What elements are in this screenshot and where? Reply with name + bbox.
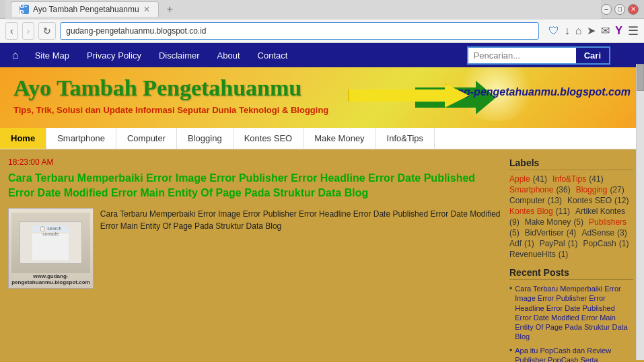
label-popcash-count: (1)	[619, 239, 629, 248]
label-infotips-count: (41)	[589, 174, 603, 184]
nav-contact[interactable]: Contact	[250, 46, 296, 65]
label-publishers-count: (5)	[509, 228, 520, 238]
recent-post-2: • Apa itu PopCash dan Review Publisher P…	[509, 346, 633, 362]
post-title[interactable]: Cara Terbaru Memperbaiki Error Image Err…	[8, 171, 501, 201]
back-button[interactable]: ‹	[5, 22, 18, 40]
maximize-button[interactable]: □	[614, 4, 625, 15]
label-kontes-blog-count: (11)	[556, 207, 570, 216]
menu-icon[interactable]: ☰	[628, 24, 639, 38]
label-bidvertiser-count: (4)	[567, 228, 577, 238]
site-nav: ⌂ Site Map Privacy Policy Disclaimer Abo…	[0, 43, 644, 67]
tab-bar: G-P Ayo Tambah Pengetahuanmu ✕ +	[5, 0, 601, 20]
forward-button[interactable]: ›	[22, 22, 35, 40]
nav-sitemap[interactable]: Site Map	[27, 46, 77, 65]
bullet-icon-2: •	[509, 346, 512, 355]
site-tagline: Tips, Trik, Solusi dan Update Informasi …	[13, 105, 631, 115]
label-revenuehits[interactable]: RevenueHits	[509, 250, 556, 259]
nav-privacy[interactable]: Privacy Policy	[79, 46, 149, 65]
mail-icon[interactable]: ✉	[601, 24, 610, 37]
tab-kontes-seo[interactable]: Kontes SEO	[234, 128, 304, 149]
yahoo-icon[interactable]: Y	[615, 25, 622, 37]
title-bar: G-P Ayo Tambah Pengetahuanmu ✕ + – □ ✕	[0, 0, 644, 19]
scrollbar-thumb[interactable]	[637, 64, 644, 91]
recent-post-link-1[interactable]: Cara Terbaru Memperbaiki Error Image Err…	[515, 284, 633, 342]
address-bar: ‹ › ↻ 🛡 ↓ ⌂ ➤ ✉ Y ☰	[0, 19, 644, 43]
post-body: 📋 search console www.gudang-pengetahuanm…	[8, 208, 501, 289]
recent-posts-title: Recent Posts	[509, 267, 633, 280]
url-input[interactable]	[60, 22, 538, 40]
tab-make-money[interactable]: Make Money	[303, 128, 375, 149]
labels-grid: Apple (41) Info&Tips (41) Smartphone (36…	[509, 174, 633, 259]
new-tab-button[interactable]: +	[162, 1, 178, 18]
main-content: 18:23:00 AM Cara Terbaru Memperbaiki Err…	[0, 149, 644, 362]
label-adsense-count: (3)	[617, 228, 627, 238]
label-kontes-blog[interactable]: Kontes Blog	[509, 207, 553, 216]
sidebar: Labels Apple (41) Info&Tips (41) Smartph…	[504, 155, 639, 362]
post-time: 18:23:00 AM	[8, 157, 501, 167]
post-thumbnail: 📋 search console www.gudang-pengetahuanm…	[8, 208, 94, 289]
label-apple-count: (41)	[533, 174, 547, 184]
label-revenuehits-count: (1)	[559, 250, 569, 259]
minimize-button[interactable]: –	[601, 4, 612, 15]
tab-computer[interactable]: Computer	[116, 128, 177, 149]
label-smartphone-count: (36)	[556, 185, 570, 194]
browser-window: G-P Ayo Tambah Pengetahuanmu ✕ + – □ ✕ ‹…	[0, 0, 644, 362]
label-smartphone[interactable]: Smartphone	[509, 185, 553, 194]
label-kontes-seo[interactable]: Kontes SEO	[567, 196, 612, 205]
label-paypal-count: (1)	[568, 239, 578, 248]
tab-infotips[interactable]: Info&Tips	[376, 128, 435, 149]
label-makemoney[interactable]: Make Money	[525, 217, 571, 227]
annotation-arrow	[348, 83, 469, 108]
labels-title: Labels	[509, 157, 633, 170]
tab-smartphone[interactable]: Smartphone	[46, 128, 116, 149]
label-adsense[interactable]: AdSense	[581, 228, 614, 238]
site-header-banner: Ayo Tambah Pengetahuanmu gudang-pengetah…	[0, 67, 644, 128]
label-paypal[interactable]: PayPal	[540, 239, 565, 248]
label-adf-count: (1)	[524, 239, 534, 248]
home-nav-icon[interactable]: ⌂	[5, 45, 26, 65]
labels-section: Labels Apple (41) Info&Tips (41) Smartph…	[509, 157, 633, 259]
browser-icons: 🛡 ↓ ⌂ ➤ ✉ Y ☰	[548, 24, 639, 38]
label-publishers[interactable]: Publishers	[589, 217, 627, 227]
label-makemoney-count: (5)	[573, 217, 583, 227]
tab-close-button[interactable]: ✕	[143, 5, 150, 14]
label-artikel-count: (9)	[509, 217, 520, 227]
recent-posts-section: Recent Posts • Cara Terbaru Memperbaiki …	[509, 267, 633, 362]
home-icon[interactable]: ⌂	[575, 25, 582, 37]
nav-about[interactable]: About	[209, 46, 248, 65]
label-computer-count: (13)	[548, 196, 562, 205]
nav-disclaimer[interactable]: Disclaimer	[151, 46, 208, 65]
label-bidvertiser[interactable]: BidVertiser	[525, 228, 564, 238]
content-area: 18:23:00 AM Cara Terbaru Memperbaiki Err…	[5, 155, 504, 362]
search-input[interactable]	[468, 48, 576, 63]
download-icon[interactable]: ↓	[565, 25, 570, 37]
label-blogging-count: (27)	[610, 185, 624, 194]
send-icon[interactable]: ➤	[587, 24, 596, 37]
recent-post-link-2[interactable]: Apa itu PopCash dan Review Publisher Pop…	[515, 346, 633, 362]
post-excerpt: Cara Terbaru Memperbaiki Error Image Err…	[100, 208, 501, 289]
label-computer[interactable]: Computer	[509, 196, 545, 205]
refresh-button[interactable]: ↻	[38, 22, 56, 40]
label-kontes-seo-count: (12)	[614, 196, 629, 205]
label-artikel[interactable]: Artikel Kontes	[575, 207, 625, 216]
bullet-icon: •	[509, 284, 512, 293]
scrollbar[interactable]	[636, 64, 644, 360]
label-blogging[interactable]: Blogging	[576, 185, 608, 194]
tab-favicon: G-P	[20, 5, 29, 14]
label-adf[interactable]: Adf	[509, 239, 522, 248]
active-tab[interactable]: G-P Ayo Tambah Pengetahuanmu ✕	[11, 1, 159, 17]
recent-posts-list: • Cara Terbaru Memperbaiki Error Image E…	[509, 284, 633, 362]
window-controls: – □ ✕	[601, 4, 639, 15]
label-popcash[interactable]: PopCash	[583, 239, 616, 248]
recent-post-1: • Cara Terbaru Memperbaiki Error Image E…	[509, 284, 633, 342]
label-infotips[interactable]: Info&Tips	[552, 174, 586, 184]
yellow-arrow-shape	[348, 83, 469, 108]
tab-home[interactable]: Home	[0, 128, 46, 149]
tab-blogging[interactable]: Blogging	[177, 128, 234, 149]
close-button[interactable]: ✕	[628, 4, 639, 15]
label-apple[interactable]: Apple	[509, 174, 530, 184]
category-tabs: Home Smartphone Computer Blogging Kontes…	[0, 128, 644, 149]
shield-icon: 🛡	[548, 25, 559, 37]
search-button[interactable]: Cari	[576, 48, 609, 63]
tab-title: Ayo Tambah Pengetahuanmu	[33, 5, 139, 14]
